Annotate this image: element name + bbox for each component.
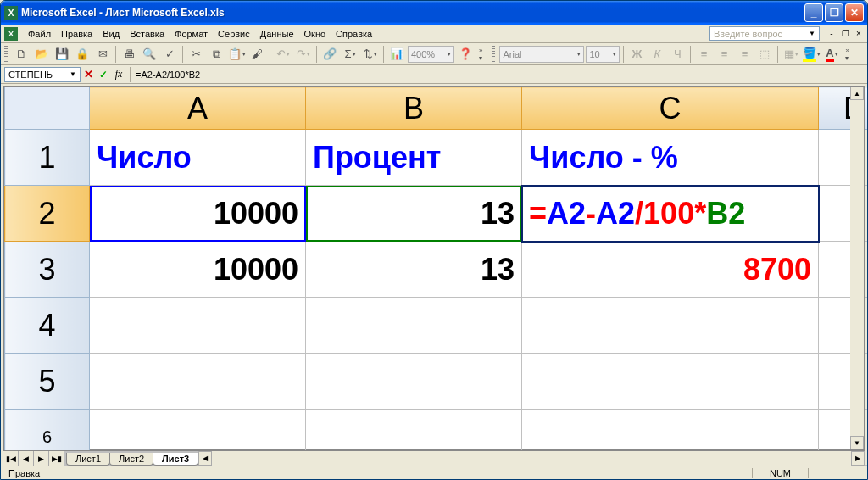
sheet-tab-3[interactable]: Лист3 [153, 453, 198, 466]
cell-a2[interactable]: 10000 [90, 186, 306, 242]
formula-cancel-button[interactable]: ✕ [81, 67, 96, 82]
tab-last-button[interactable]: ▶▮ [49, 451, 64, 466]
formula-input[interactable]: =A2-A2/100*B2 [130, 67, 864, 82]
permission-icon[interactable]: 🔒 [73, 45, 92, 64]
cell-b4[interactable] [306, 298, 522, 354]
zoom-combo[interactable]: 400%▾ [408, 46, 454, 63]
toolbar-overflow[interactable]: »▾ [476, 47, 485, 62]
name-box[interactable]: СТЕПЕНЬ ▼ [4, 67, 81, 82]
spellcheck-icon[interactable]: ✓ [160, 45, 179, 64]
excel-doc-icon[interactable]: X [4, 27, 18, 41]
cell-a1[interactable]: Число [90, 130, 306, 186]
menu-insert[interactable]: Вставка [125, 27, 170, 41]
tab-prev-button[interactable]: ◀ [19, 451, 34, 466]
name-box-value: СТЕПЕНЬ [8, 70, 53, 80]
cell-b1[interactable]: Процент [306, 130, 522, 186]
window-title: Microsoft Excel - Лист Microsoft Excel.x… [21, 7, 804, 19]
scroll-down-button[interactable]: ▼ [850, 436, 864, 449]
format-toolbar-overflow[interactable]: »▾ [843, 47, 851, 62]
close-button[interactable]: ✕ [845, 3, 864, 22]
align-left-icon[interactable]: ≡ [694, 45, 713, 64]
mail-icon[interactable]: ✉ [93, 45, 112, 64]
help-search-box[interactable]: Введите вопрос ▼ [709, 26, 820, 41]
row-header-4[interactable]: 4 [5, 298, 90, 354]
cell-a5[interactable] [90, 354, 306, 410]
underline-icon[interactable]: Ч [668, 45, 687, 64]
cell-a4[interactable] [90, 298, 306, 354]
cell-b3[interactable]: 13 [306, 242, 522, 298]
cell-c5[interactable] [522, 354, 819, 410]
toolbar-grip[interactable] [4, 46, 8, 63]
col-header-a[interactable]: A [90, 87, 306, 130]
sort-icon[interactable]: ⇅▾ [361, 45, 380, 64]
scroll-right-button[interactable]: ▶ [851, 451, 865, 466]
scroll-left-button[interactable]: ◀ [198, 451, 212, 466]
sheet-tab-2[interactable]: Лист2 [109, 453, 153, 466]
autosum-icon[interactable]: Σ▾ [341, 45, 359, 64]
borders-icon[interactable]: ▦▾ [782, 45, 800, 64]
row-header-2[interactable]: 2 [5, 186, 90, 242]
cell-c2[interactable]: =A2-A2/100*B2 [522, 186, 819, 242]
cell-c4[interactable] [522, 298, 819, 354]
font-name-combo[interactable]: Arial▾ [499, 46, 584, 63]
mdi-close-button[interactable]: × [852, 27, 865, 41]
toolbar-grip-2[interactable] [492, 46, 495, 63]
print-preview-icon[interactable]: 🔍 [140, 45, 159, 64]
worksheet-grid[interactable]: A B C D 1 Число Процент Число - % 2 1000… [3, 86, 865, 450]
font-color-icon[interactable]: A▾ [822, 45, 841, 64]
menu-data[interactable]: Данные [255, 27, 299, 41]
mdi-minimize-button[interactable]: - [825, 27, 838, 41]
open-file-icon[interactable]: 📂 [32, 45, 51, 64]
select-all-corner[interactable] [5, 87, 90, 130]
row-header-5[interactable]: 5 [5, 354, 90, 410]
cell-c3[interactable]: 8700 [522, 242, 819, 298]
cell-a3[interactable]: 10000 [90, 242, 306, 298]
chart-wizard-icon[interactable]: 📊 [387, 45, 406, 64]
tab-next-button[interactable]: ▶ [34, 451, 49, 466]
redo-icon[interactable]: ↷▾ [294, 45, 313, 64]
menu-file[interactable]: Файл [23, 27, 56, 41]
bold-icon[interactable]: Ж [627, 45, 646, 64]
new-file-icon[interactable]: 🗋 [12, 45, 31, 64]
sheet-tabs-bar: ▮◀ ◀ ▶ ▶▮ Лист1 Лист2 Лист3 ◀ ▶ [3, 450, 865, 466]
copy-icon[interactable]: ⧉ [207, 45, 225, 64]
merge-icon[interactable]: ⬚ [755, 45, 774, 64]
row-header-1[interactable]: 1 [5, 130, 90, 186]
cut-icon[interactable]: ✂ [186, 45, 205, 64]
menu-window[interactable]: Окно [299, 27, 331, 41]
cell-b2[interactable]: 13 [306, 186, 522, 242]
paste-icon[interactable]: 📋▾ [227, 45, 246, 64]
print-icon[interactable]: 🖶 [120, 45, 138, 64]
mdi-restore-button[interactable]: ❐ [838, 27, 852, 41]
align-center-icon[interactable]: ≡ [715, 45, 733, 64]
col-header-c[interactable]: C [522, 87, 819, 130]
undo-icon[interactable]: ↶▾ [274, 45, 292, 64]
row-header-3[interactable]: 3 [5, 242, 90, 298]
font-size-combo[interactable]: 10▾ [586, 46, 620, 63]
formula-enter-button[interactable]: ✓ [96, 67, 111, 82]
formula-part-minus: - [586, 196, 596, 231]
menu-edit[interactable]: Правка [56, 27, 97, 41]
minimize-button[interactable]: _ [804, 3, 823, 22]
maximize-button[interactable]: ❐ [825, 3, 843, 22]
hyperlink-icon[interactable]: 🔗 [320, 45, 339, 64]
col-header-b[interactable]: B [306, 87, 522, 130]
cell-b5[interactable] [306, 354, 522, 410]
menu-help[interactable]: Справка [331, 27, 377, 41]
horizontal-scrollbar[interactable]: ◀ ▶ [198, 451, 865, 466]
format-painter-icon[interactable]: 🖌 [248, 45, 266, 64]
menu-view[interactable]: Вид [97, 27, 125, 41]
sheet-tab-1[interactable]: Лист1 [66, 453, 110, 466]
menu-format[interactable]: Формат [170, 27, 213, 41]
fill-color-icon[interactable]: 🪣▾ [802, 45, 821, 64]
help-icon[interactable]: ❓ [456, 45, 475, 64]
cell-c1[interactable]: Число - % [522, 130, 819, 186]
save-icon[interactable]: 💾 [53, 45, 71, 64]
menu-tools[interactable]: Сервис [213, 27, 255, 41]
insert-function-button[interactable]: fx [111, 67, 126, 82]
italic-icon[interactable]: К [648, 45, 666, 64]
scroll-up-button[interactable]: ▲ [850, 87, 864, 100]
align-right-icon[interactable]: ≡ [735, 45, 754, 64]
vertical-scrollbar[interactable]: ▲ ▼ [850, 86, 865, 450]
tab-first-button[interactable]: ▮◀ [3, 451, 19, 466]
